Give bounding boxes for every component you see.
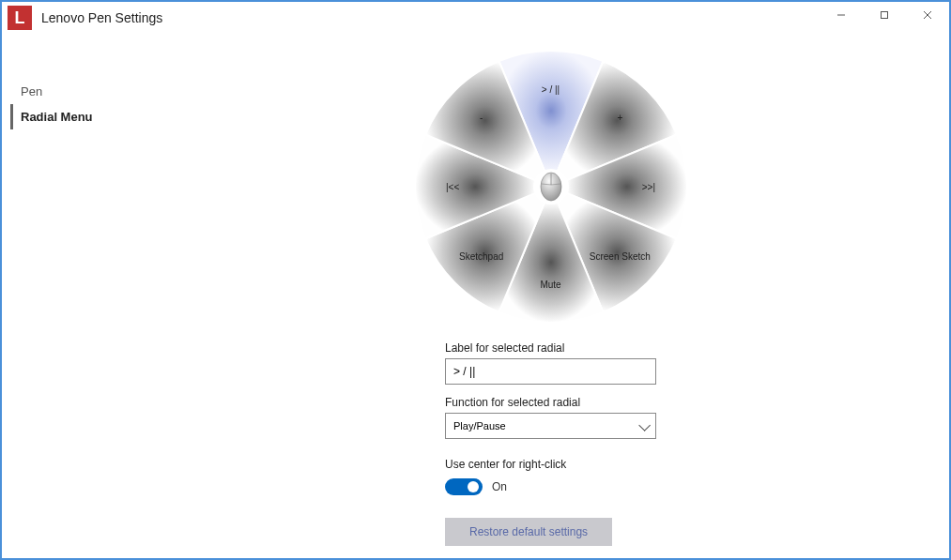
app-title: Lenovo Pen Settings: [41, 10, 162, 25]
main-panel: > / ||+>>|Screen SketchMuteSketchpad|<<-…: [152, 32, 949, 558]
sidebar-item-pen[interactable]: Pen: [21, 79, 152, 104]
form-section: Label for selected radial Function for s…: [445, 341, 656, 546]
sidebar: Pen Radial Menu: [2, 32, 152, 558]
center-toggle[interactable]: [445, 478, 483, 495]
center-toggle-label: Use center for right-click: [445, 458, 656, 471]
app-icon: L: [8, 6, 32, 30]
function-field-label: Function for selected radial: [445, 396, 656, 409]
label-input[interactable]: [445, 358, 656, 385]
function-select[interactable]: Play/Pause: [445, 413, 656, 439]
center-toggle-state: On: [492, 480, 507, 493]
window-controls: [820, 2, 949, 28]
sidebar-item-radial-menu[interactable]: Radial Menu: [10, 104, 152, 129]
maximize-button[interactable]: [863, 2, 906, 28]
close-button[interactable]: [906, 2, 949, 28]
minimize-button[interactable]: [820, 2, 863, 28]
restore-defaults-button[interactable]: Restore default settings: [445, 518, 612, 546]
svg-rect-1: [882, 12, 888, 19]
titlebar: L Lenovo Pen Settings: [2, 2, 949, 32]
radial-menu-wheel: > / ||+>>|Screen SketchMuteSketchpad|<<-: [415, 51, 687, 323]
label-field-label: Label for selected radial: [445, 341, 656, 355]
